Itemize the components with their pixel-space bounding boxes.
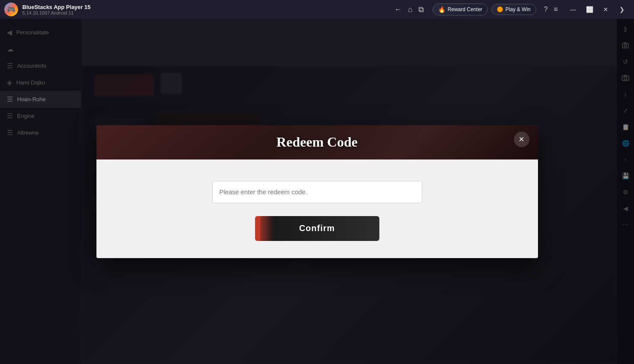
main-area: ◀ Personalitate ☁ ☰ Accountinfo ◈ Hami D… bbox=[0, 19, 634, 364]
minimize-button[interactable]: — bbox=[565, 2, 581, 17]
nav-controls: ← ⌂ ⧉ bbox=[394, 6, 424, 13]
redeem-code-input[interactable] bbox=[212, 181, 422, 203]
reward-icon: 🔥 bbox=[438, 6, 445, 13]
app-version: 5.14.10.1007 Android 11 bbox=[22, 10, 394, 15]
confirm-button[interactable]: Confirm bbox=[255, 216, 379, 241]
maximize-button[interactable]: ⬜ bbox=[582, 2, 597, 17]
redeem-code-modal: Redeem Code × Confirm bbox=[96, 125, 538, 258]
help-icon[interactable]: ? bbox=[544, 6, 548, 13]
play-win-button[interactable]: 🟠 Play & Win bbox=[491, 4, 536, 15]
title-bar: 🎮 BlueStacks App Player 15 5.14.10.1007 … bbox=[0, 0, 634, 19]
back-button[interactable]: ← bbox=[394, 6, 402, 13]
reward-center-button[interactable]: 🔥 Reward Center bbox=[433, 3, 488, 15]
close-button[interactable]: ✕ bbox=[598, 2, 613, 17]
menu-icon[interactable]: ≡ bbox=[554, 6, 558, 13]
modal-title: Redeem Code bbox=[276, 134, 358, 150]
home-button[interactable]: ⌂ bbox=[408, 6, 412, 13]
play-win-icon: 🟠 bbox=[497, 6, 503, 12]
modal-body: Confirm bbox=[96, 159, 538, 258]
app-info: BlueStacks App Player 15 5.14.10.1007 An… bbox=[22, 4, 394, 15]
modal-header: Redeem Code × bbox=[96, 125, 538, 159]
reward-center-label: Reward Center bbox=[448, 6, 482, 12]
app-name: BlueStacks App Player 15 bbox=[22, 4, 394, 10]
title-bar-right: 🔥 Reward Center 🟠 Play & Win ? ≡ — ⬜ ✕ ❯ bbox=[433, 2, 630, 17]
window-controls: — ⬜ ✕ ❯ bbox=[565, 2, 630, 17]
app-logo: 🎮 bbox=[4, 3, 18, 16]
confirm-label: Confirm bbox=[299, 223, 335, 233]
play-win-label: Play & Win bbox=[505, 6, 531, 12]
modal-close-button[interactable]: × bbox=[514, 132, 529, 147]
expand-button[interactable]: ❯ bbox=[614, 2, 630, 17]
title-bar-icons: ? ≡ bbox=[544, 6, 558, 13]
tabs-button[interactable]: ⧉ bbox=[418, 6, 424, 13]
